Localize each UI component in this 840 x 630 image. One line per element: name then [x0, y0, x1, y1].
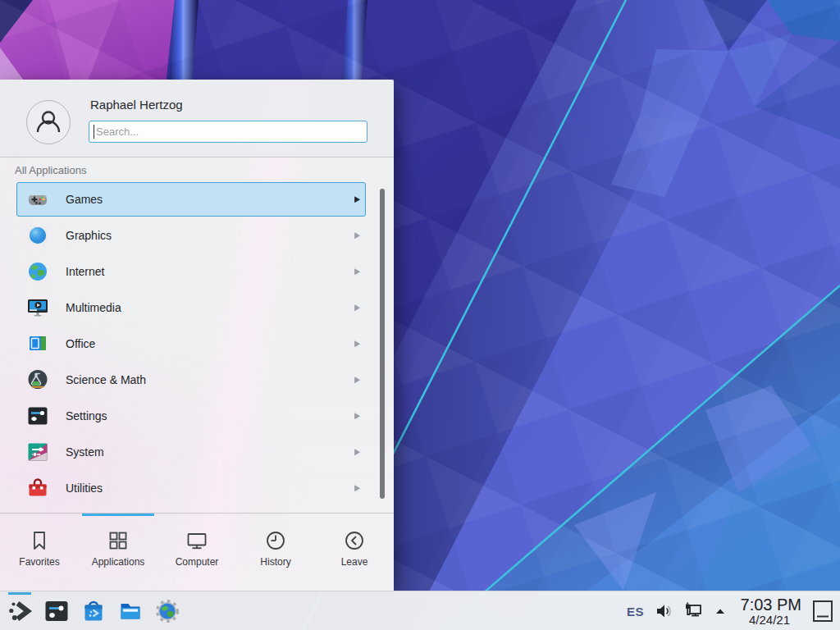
application-category-list: Games ▶ Graphics ▶	[0, 182, 394, 513]
menu-item-label: Games	[66, 193, 350, 206]
sliders-color-icon	[26, 441, 49, 463]
app-grid-icon	[107, 529, 130, 552]
documents-icon	[26, 332, 49, 355]
taskbar: ES 7:03 PM 4/24/2	[0, 591, 840, 630]
menu-item-label: Internet	[66, 265, 350, 278]
user-avatar[interactable]	[26, 100, 71, 144]
application-launcher-panel: Raphael Hertzog All Applications Games	[0, 80, 394, 591]
network-wired-icon[interactable]	[683, 601, 703, 621]
menu-item-games[interactable]: Games ▶	[16, 182, 366, 217]
submenu-arrow-icon: ▶	[350, 447, 360, 457]
tab-history[interactable]: History	[236, 516, 315, 591]
application-launcher-button[interactable]	[3, 593, 36, 629]
submenu-arrow-icon: ▶	[350, 483, 360, 493]
menu-item-label: System	[66, 445, 350, 459]
monitor-icon	[185, 529, 208, 552]
toolbox-icon	[26, 477, 49, 500]
menu-item-utilities[interactable]: Utilities ▶	[16, 471, 366, 505]
user-name: Raphael Hertzog	[90, 98, 183, 112]
submenu-arrow-icon: ▶	[350, 231, 360, 240]
globe-icon	[26, 260, 49, 283]
software-bag-icon	[80, 598, 107, 624]
globe-gear-icon	[154, 598, 180, 624]
volume-icon[interactable]	[655, 602, 673, 620]
system-tray: ES 7:03 PM 4/24/2	[627, 591, 833, 630]
clock-icon	[264, 529, 287, 552]
clock-date: 4/24/21	[737, 614, 801, 627]
search-input[interactable]	[89, 121, 368, 143]
menu-item-multimedia[interactable]: Multimedia ▶	[16, 290, 366, 325]
list-scrollbar[interactable]	[380, 189, 385, 499]
leave-icon	[343, 529, 366, 552]
menu-item-help[interactable]: Help ▶	[16, 507, 366, 513]
taskbar-launchers	[3, 592, 184, 630]
menu-item-system[interactable]: System ▶	[16, 435, 366, 469]
tab-computer[interactable]: Computer	[158, 516, 236, 591]
discover-button[interactable]	[77, 593, 110, 629]
gamepad-icon	[26, 188, 49, 211]
menu-item-label: Graphics	[66, 229, 350, 242]
bookmark-icon	[28, 529, 51, 552]
submenu-arrow-icon: ▶	[350, 339, 360, 349]
menu-item-label: Science & Math	[66, 373, 350, 386]
tab-leave[interactable]: Leave	[315, 516, 394, 591]
kde-launcher-icon	[7, 598, 33, 624]
text-caret	[94, 125, 94, 139]
menu-item-internet[interactable]: Internet ▶	[16, 254, 366, 289]
digital-clock[interactable]: 7:03 PM 4/24/21	[737, 596, 801, 627]
section-label: All Applications	[15, 164, 86, 176]
footer-separator	[0, 513, 394, 514]
user-icon	[32, 106, 65, 139]
submenu-arrow-icon: ▶	[350, 194, 360, 204]
menu-item-science-math[interactable]: Science & Math ▶	[16, 363, 366, 397]
clock-time: 7:03 PM	[737, 596, 801, 614]
flask-icon	[26, 368, 49, 391]
tab-favorites[interactable]: Favorites	[0, 516, 79, 591]
menu-item-graphics[interactable]: Graphics ▶	[16, 218, 366, 253]
file-manager-button[interactable]	[114, 593, 147, 629]
menu-item-label: Utilities	[66, 482, 350, 495]
settings-sliders-icon	[43, 598, 70, 624]
menu-item-label: Settings	[66, 409, 350, 422]
launcher-tab-bar: Favorites Applications Computer	[0, 516, 394, 591]
submenu-arrow-icon: ▶	[350, 411, 360, 421]
menu-item-settings[interactable]: Settings ▶	[16, 399, 366, 433]
submenu-arrow-icon: ▶	[350, 303, 360, 313]
sliders-dark-icon	[26, 404, 49, 427]
menu-item-label: Multimedia	[66, 301, 350, 314]
web-browser-button[interactable]	[151, 593, 184, 629]
menu-item-office[interactable]: Office ▶	[16, 326, 366, 361]
tab-applications[interactable]: Applications	[79, 516, 158, 591]
submenu-arrow-icon: ▶	[350, 267, 360, 276]
menu-item-label: Office	[66, 337, 350, 350]
show-desktop-button[interactable]	[812, 599, 833, 623]
submenu-arrow-icon: ▶	[350, 375, 360, 385]
media-monitor-icon	[26, 296, 49, 319]
blue-sphere-icon	[26, 224, 49, 247]
expand-tray-icon[interactable]	[714, 605, 727, 618]
system-settings-button[interactable]	[40, 593, 73, 629]
blue-folder-icon	[117, 598, 144, 624]
keyboard-layout-indicator[interactable]: ES	[627, 605, 644, 619]
